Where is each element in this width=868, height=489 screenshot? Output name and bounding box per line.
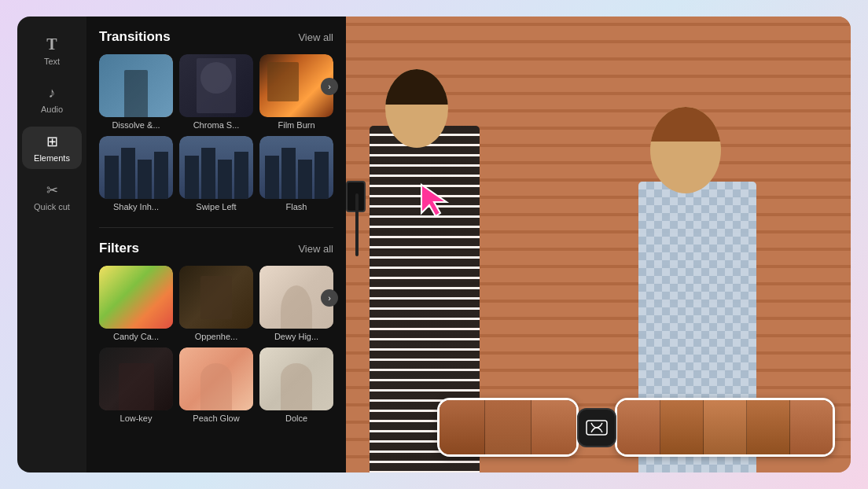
transitions-grid: Dissolve &... Chroma S... Fil bbox=[99, 54, 333, 211]
panel: Transitions View all Dissolve &... bbox=[86, 17, 346, 472]
filmstrip-connector bbox=[577, 408, 616, 447]
cursor-arrow bbox=[418, 182, 450, 213]
filter-lowkey[interactable]: Low-key bbox=[99, 347, 173, 423]
sidebar-item-quickcut-label: Quick cut bbox=[34, 202, 70, 211]
filters-view-all[interactable]: View all bbox=[298, 243, 333, 255]
transition-dissolve[interactable]: Dissolve &... bbox=[99, 54, 173, 130]
transition-dissolve-label: Dissolve &... bbox=[99, 120, 173, 130]
filter-lowkey-label: Low-key bbox=[99, 414, 173, 423]
sidebar: T Text ♪ Audio ⊞ Elements ✂ Quick cut bbox=[17, 17, 86, 472]
app-container: T Text ♪ Audio ⊞ Elements ✂ Quick cut Tr… bbox=[17, 17, 851, 472]
main-content bbox=[346, 17, 851, 472]
section-divider bbox=[99, 227, 333, 228]
transitions-title: Transitions bbox=[99, 29, 171, 45]
filmstrip-left-clip[interactable] bbox=[437, 398, 579, 457]
filter-candy-label: Candy Ca... bbox=[99, 332, 173, 341]
transition-filmburn-label: Film Burn bbox=[259, 120, 333, 130]
sidebar-item-elements-label: Elements bbox=[34, 153, 70, 163]
sidebar-item-text[interactable]: T Text bbox=[22, 29, 82, 72]
transition-flash[interactable]: Flash bbox=[259, 136, 333, 211]
filters-title: Filters bbox=[99, 241, 139, 256]
filter-candy[interactable]: Candy Ca... bbox=[99, 266, 173, 341]
sidebar-item-audio-label: Audio bbox=[41, 105, 63, 114]
filter-dolce[interactable]: Dolce bbox=[259, 347, 333, 423]
filter-oppenheimer-label: Oppenhe... bbox=[179, 332, 253, 341]
filmstrip-right-clip[interactable] bbox=[615, 398, 835, 457]
transitions-view-all[interactable]: View all bbox=[298, 31, 333, 43]
text-icon: T bbox=[46, 35, 57, 53]
transition-flash-label: Flash bbox=[259, 202, 333, 211]
sidebar-item-quickcut[interactable]: ✂ Quick cut bbox=[22, 175, 82, 218]
filmstrip bbox=[437, 398, 835, 457]
elements-icon: ⊞ bbox=[46, 133, 58, 150]
filters-grid: Candy Ca... Oppenhe... Dewy Hig... bbox=[99, 266, 333, 423]
transition-chroma[interactable]: Chroma S... bbox=[179, 54, 253, 130]
filter-dewy-label: Dewy Hig... bbox=[259, 332, 333, 341]
filters-header: Filters View all bbox=[99, 241, 333, 256]
sidebar-item-audio[interactable]: ♪ Audio bbox=[22, 79, 82, 120]
quickcut-icon: ✂ bbox=[46, 182, 58, 199]
filter-dolce-label: Dolce bbox=[259, 414, 333, 423]
filter-oppenheimer[interactable]: Oppenhe... bbox=[179, 266, 253, 341]
transitions-more-button[interactable]: › bbox=[321, 78, 338, 95]
filter-peachglow[interactable]: Peach Glow bbox=[179, 347, 253, 423]
filter-peachglow-label: Peach Glow bbox=[179, 414, 253, 423]
sidebar-item-elements[interactable]: ⊞ Elements bbox=[22, 127, 82, 169]
transition-chroma-label: Chroma S... bbox=[179, 120, 253, 130]
filters-more-button[interactable]: › bbox=[321, 289, 338, 307]
transition-swipeleft-label: Swipe Left bbox=[179, 202, 253, 211]
app-logo bbox=[586, 420, 608, 436]
transitions-header: Transitions View all bbox=[99, 29, 333, 45]
transition-swipeleft[interactable]: Swipe Left bbox=[179, 136, 253, 211]
sidebar-item-text-label: Text bbox=[44, 57, 60, 66]
transition-shaky[interactable]: Shaky Inh... bbox=[99, 136, 173, 211]
audio-icon: ♪ bbox=[49, 85, 56, 101]
transition-shaky-label: Shaky Inh... bbox=[99, 202, 173, 211]
